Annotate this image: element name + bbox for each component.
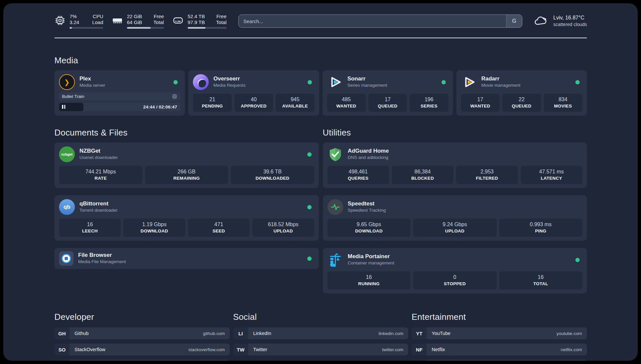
bookmark-reddit[interactable]: RE Reddit reddit.com: [412, 360, 587, 361]
ram-progress-bar: [127, 27, 164, 29]
session-icon: [172, 94, 177, 99]
cpu-load-label: Load: [92, 19, 103, 25]
bookmark-twitter[interactable]: TW Twitter twitter.com: [233, 344, 409, 355]
service-desc: DNS and adblocking: [348, 154, 389, 161]
service-card-overseerr[interactable]: Overseerr Media Requests 21PENDING 40APP…: [188, 70, 319, 116]
service-name: Media Portainer: [348, 253, 394, 260]
service-card-radarr[interactable]: Radarr Movie management 17WANTED 22QUEUE…: [456, 70, 587, 116]
filebrowser-icon: [59, 251, 74, 266]
bookmark-youtube[interactable]: YT YouTube youtube.com: [412, 327, 587, 339]
disk-total-label: Total: [216, 19, 227, 25]
search-input[interactable]: [239, 15, 506, 27]
dashboard: 7% 3.24 CPU Load: [3, 3, 638, 361]
service-card-portainer[interactable]: Media Portainer Container management 16R…: [323, 248, 587, 293]
links-section-social: Social LI LinkedIn linkedin.com TW Twitt…: [233, 312, 409, 361]
stat-box: 86,384BLOCKED: [392, 166, 453, 184]
service-desc: Series management: [348, 82, 387, 89]
stat-box: 0STOPPED: [413, 271, 497, 289]
qbittorrent-icon: qb: [59, 199, 75, 215]
now-playing-row: Bullet Train: [59, 92, 180, 101]
ram-widget: 22 GiB 64 GiB Free Total: [112, 14, 164, 29]
bookmark-linkedin[interactable]: LI LinkedIn linkedin.com: [233, 327, 409, 339]
stat-box: 744.21 MbpsRATE: [59, 166, 142, 184]
service-name: Radarr: [481, 76, 521, 82]
disk-total-value: 97.9 TB: [188, 19, 205, 25]
speedtest-icon: [327, 199, 343, 215]
now-playing-title: Bullet Train: [62, 94, 84, 99]
service-card-speedtest[interactable]: Speedtest Speedtest Tracking 9.65 GbpsDO…: [323, 195, 587, 241]
links-section-entertainment: Entertainment YT YouTube youtube.com NF …: [412, 312, 587, 361]
stat-box: 40APPROVED: [234, 94, 273, 112]
playback-progress[interactable]: 24:44 / 02:06:47: [59, 103, 180, 111]
cloud-icon: [534, 15, 549, 28]
top-bar: 7% 3.24 CPU Load: [54, 13, 587, 29]
status-dot: [308, 80, 312, 84]
service-card-sonarr[interactable]: Sonarr Series management 485WANTED 17QUE…: [322, 70, 453, 116]
disk-icon: [172, 15, 184, 26]
section-title-utilities: Utilities: [323, 128, 587, 138]
header-divider: [54, 38, 587, 38]
bookmark-url: github.com: [203, 331, 225, 336]
stat-box: 945AVAILABLE: [276, 94, 314, 112]
service-desc: Movie management: [481, 82, 521, 89]
search-engine-button[interactable]: G: [506, 15, 522, 27]
bookmark-name: Github: [75, 331, 89, 336]
bookmark-url: linkedin.com: [379, 331, 403, 336]
ram-free-label: Free: [153, 14, 164, 19]
service-name: NZBGet: [79, 148, 118, 154]
ram-free-value: 22 GiB: [127, 14, 142, 19]
bookmark-stackoverflow[interactable]: SO StackOverflow stackoverflow.com: [54, 344, 230, 355]
stat-box: 17QUEUED: [368, 94, 407, 112]
playback-time: 24:44 / 02:06:47: [143, 103, 177, 111]
stat-box: 2,953FILTERED: [456, 166, 518, 184]
weather-condition: scattered clouds: [553, 21, 587, 28]
cpu-load-value: 3.24: [70, 19, 79, 25]
cpu-label: CPU: [92, 14, 103, 19]
service-desc: Media File Management: [78, 258, 126, 265]
stat-box: 21PENDING: [193, 94, 231, 112]
disk-widget: 52.4 TB 97.9 TB Free Total: [172, 14, 227, 29]
service-name: Plex: [79, 76, 105, 82]
service-card-plex[interactable]: ❯ Plex Media server Bullet Train 24:44 /…: [54, 70, 185, 116]
service-name: Speedtest: [348, 200, 386, 207]
portainer-icon: [327, 252, 343, 268]
search-bar: G: [238, 15, 522, 28]
bookmark-github[interactable]: GH Github github.com: [54, 327, 230, 339]
stat-box: 618.52 MbpsUPLOAD: [252, 219, 314, 237]
section-title-entertainment: Entertainment: [412, 312, 587, 322]
disk-free-value: 52.4 TB: [188, 14, 205, 19]
nzbget-icon: nzbget: [59, 146, 75, 162]
service-name: Sonarr: [348, 76, 387, 82]
stat-box: 266 GBREMAINING: [145, 166, 229, 184]
service-card-nzbget[interactable]: nzbget NZBGet Usenet downloader 744.21 M…: [54, 142, 319, 188]
stat-box: 834MOVIES: [544, 94, 582, 112]
service-desc: Speedtest Tracking: [348, 207, 386, 214]
bookmark-url: twitter.com: [382, 347, 404, 352]
service-desc: Container management: [348, 260, 394, 266]
cpu-widget: 7% 3.24 CPU Load: [54, 14, 103, 29]
bookmark-abbr: TW: [233, 344, 248, 355]
bookmark-dev[interactable]: DT DEV dev.to: [54, 360, 230, 361]
service-card-qbittorrent[interactable]: qb qBittorrent Torrent downloader 16LEEC…: [54, 195, 319, 241]
status-dot: [173, 80, 178, 84]
service-name: File Browser: [78, 252, 126, 258]
section-title-developer: Developer: [54, 312, 230, 322]
service-name: Overseerr: [213, 76, 246, 82]
service-desc: Usenet downloader: [79, 154, 118, 161]
pause-icon[interactable]: [62, 105, 65, 109]
stat-box: 16LEECH: [59, 219, 121, 237]
service-card-filebrowser[interactable]: File Browser Media File Management: [54, 248, 319, 269]
ram-total-label: Total: [153, 19, 164, 25]
service-name: qBittorrent: [79, 200, 118, 207]
bookmark-abbr: NF: [412, 344, 427, 355]
service-desc: Torrent downloader: [79, 207, 118, 214]
bookmark-abbr: LI: [233, 327, 248, 339]
bookmark-netflix[interactable]: NF Netflix netflix.com: [412, 344, 587, 355]
overseerr-icon: [193, 74, 209, 90]
service-card-adguard[interactable]: AdGuard Home DNS and adblocking 498,461Q…: [323, 142, 587, 188]
stat-box: 9.65 GbpsDOWNLOAD: [327, 219, 411, 237]
plex-icon: ❯: [59, 74, 75, 90]
section-title-media: Media: [54, 55, 587, 66]
radarr-icon: [461, 74, 477, 90]
stat-box: 47.571 msLATENCY: [521, 166, 582, 184]
